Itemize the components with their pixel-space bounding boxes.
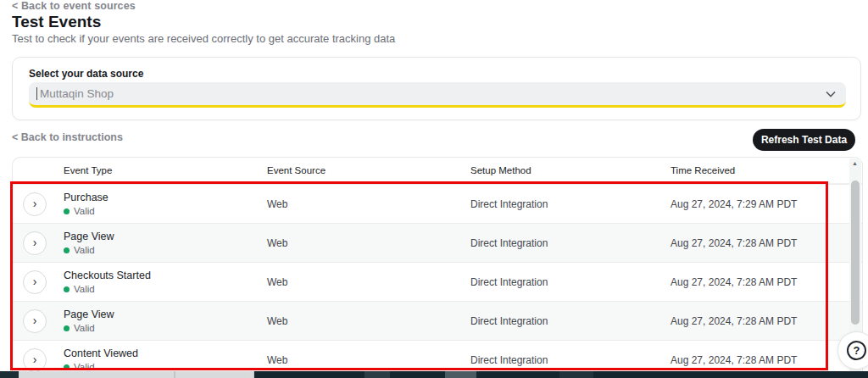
- taskbar-segment: [364, 371, 390, 378]
- event-source-cell: Web: [267, 198, 470, 210]
- table-scrollbar-thumb[interactable]: [851, 181, 860, 325]
- table-row: › Purchase Valid Web Direct Integration …: [13, 184, 862, 223]
- page-title: Test Events: [12, 13, 101, 31]
- status-label: Valid: [74, 245, 95, 255]
- time-received-cell: Aug 27, 2024, 7:28 AM PDT: [670, 354, 862, 366]
- setup-method-cell: Direct Integration: [470, 198, 670, 210]
- taskbar-segment: [559, 371, 593, 378]
- taskbar-segment: [445, 371, 476, 378]
- chevron-right-icon: ›: [33, 197, 37, 209]
- column-header-time-received: Time Received: [670, 165, 862, 175]
- time-received-cell: Aug 27, 2024, 7:29 AM PDT: [670, 198, 862, 210]
- time-received-cell: Aug 27, 2024, 7:28 AM PDT: [670, 276, 862, 288]
- setup-method-cell: Direct Integration: [470, 276, 670, 288]
- column-header-setup-method: Setup Method: [470, 165, 670, 175]
- status-label: Valid: [74, 323, 95, 333]
- data-source-value: Muttaqin Shop: [40, 87, 826, 100]
- refresh-test-data-button[interactable]: Refresh Test Data: [753, 129, 855, 151]
- valid-status-dot: [64, 247, 70, 253]
- setup-method-cell: Direct Integration: [470, 354, 670, 366]
- status-label: Valid: [74, 284, 95, 294]
- events-table: Event Type Event Source Setup Method Tim…: [12, 157, 863, 378]
- table-row: › Page View Valid Web Direct Integration…: [13, 223, 862, 262]
- scrollbar-up-arrow-icon[interactable]: ▲: [852, 160, 858, 166]
- taskbar-segment: [19, 371, 254, 378]
- data-source-select[interactable]: Muttaqin Shop: [29, 82, 846, 108]
- expand-row-button[interactable]: ›: [23, 192, 47, 216]
- chevron-down-icon: [826, 91, 836, 97]
- setup-method-cell: Direct Integration: [470, 237, 670, 249]
- expand-row-button[interactable]: ›: [23, 348, 47, 372]
- table-header-row: Event Type Event Source Setup Method Tim…: [13, 158, 862, 184]
- back-to-event-sources-link[interactable]: < Back to event sources: [12, 0, 136, 12]
- event-type-label: Purchase: [64, 192, 267, 203]
- event-type-label: Checkouts Started: [64, 270, 267, 281]
- table-row: › Checkouts Started Valid Web Direct Int…: [13, 262, 862, 301]
- table-row: › Page View Valid Web Direct Integration…: [13, 301, 862, 340]
- chevron-right-icon: ›: [33, 236, 37, 248]
- expand-row-button[interactable]: ›: [23, 231, 47, 255]
- status-label: Valid: [74, 206, 95, 216]
- event-type-label: Page View: [64, 231, 267, 242]
- expand-row-button[interactable]: ›: [23, 270, 47, 294]
- back-to-instructions-link[interactable]: < Back to instructions: [12, 131, 123, 143]
- event-source-cell: Web: [267, 237, 470, 249]
- data-source-label: Select your data source: [29, 68, 143, 80]
- event-source-cell: Web: [267, 354, 470, 366]
- bottom-window-edge: [0, 371, 868, 378]
- text-cursor: [36, 87, 37, 100]
- valid-status-dot: [64, 325, 70, 331]
- expand-row-button[interactable]: ›: [23, 309, 47, 333]
- taskbar-divider: [174, 371, 175, 378]
- valid-status-dot: [64, 364, 70, 370]
- taskbar-segment: [0, 371, 19, 378]
- time-received-cell: Aug 27, 2024, 7:28 AM PDT: [670, 315, 862, 327]
- valid-status-dot: [64, 208, 70, 214]
- chevron-right-icon: ›: [33, 314, 37, 326]
- time-received-cell: Aug 27, 2024, 7:28 AM PDT: [670, 237, 862, 249]
- data-source-card: Select your data source Muttaqin Shop: [12, 57, 861, 120]
- question-mark-icon: ?: [847, 341, 866, 360]
- page-subtitle: Test to check if your events are receive…: [12, 32, 395, 45]
- event-type-label: Page View: [64, 309, 267, 320]
- test-events-page: < Back to event sources Test Events Test…: [0, 0, 868, 378]
- chevron-right-icon: ›: [33, 353, 37, 365]
- valid-status-dot: [64, 286, 70, 292]
- setup-method-cell: Direct Integration: [470, 315, 670, 327]
- chevron-right-icon: ›: [33, 275, 37, 287]
- event-source-cell: Web: [267, 315, 470, 327]
- column-header-event-source: Event Source: [267, 165, 470, 175]
- event-source-cell: Web: [267, 276, 470, 288]
- event-type-label: Content Viewed: [64, 347, 267, 359]
- column-header-event-type: Event Type: [64, 165, 267, 175]
